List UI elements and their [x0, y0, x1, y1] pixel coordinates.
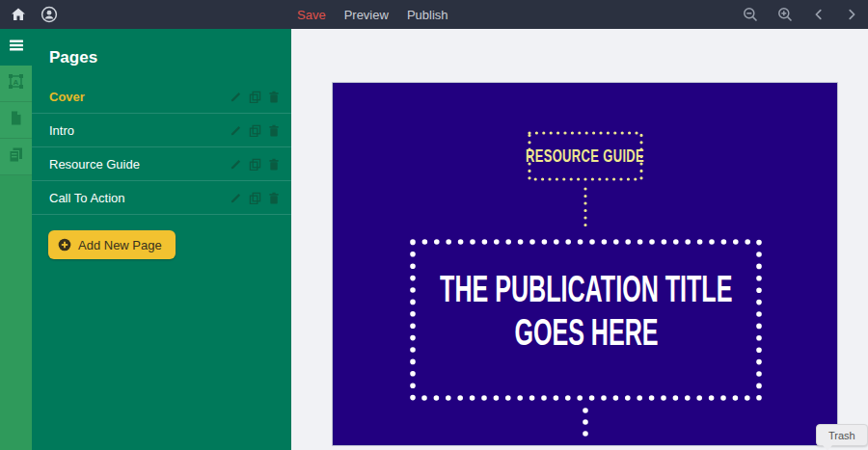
add-new-page-label: Add New Page — [78, 238, 162, 252]
add-new-page-button[interactable]: Add New Page — [48, 230, 176, 259]
duplicate-page-icon[interactable] — [249, 158, 261, 171]
rail-text-frame-tool[interactable]: A — [0, 66, 32, 102]
zoom-in-icon[interactable] — [777, 7, 793, 22]
duplicate-page-icon[interactable] — [249, 91, 261, 103]
title-line-2: GOES HERE — [514, 311, 658, 355]
page-row-call-to-action[interactable]: Call To Action — [32, 181, 291, 215]
delete-page-icon[interactable] — [268, 91, 280, 103]
page-row-intro[interactable]: Intro — [32, 114, 291, 147]
title-line-1: THE PUBLICATION TITLE — [440, 268, 732, 311]
page-label: Intro — [49, 123, 230, 138]
rename-page-icon[interactable] — [230, 192, 242, 204]
rename-page-icon[interactable] — [230, 158, 242, 171]
pages-stack-icon — [8, 146, 24, 167]
resource-guide-textbox[interactable]: RESOURCE GUIDE — [529, 132, 642, 180]
duplicate-page-icon[interactable] — [249, 124, 261, 137]
page-label: Resource Guide — [49, 157, 230, 172]
rail-multiple-pages-tool[interactable] — [0, 139, 32, 175]
rename-page-icon[interactable] — [230, 124, 242, 137]
trash-tooltip: Trash — [816, 424, 868, 446]
rail-page-tool[interactable] — [0, 102, 32, 139]
duplicate-page-icon[interactable] — [249, 192, 261, 204]
publication-title-textbox[interactable]: THE PUBLICATION TITLE GOES HERE — [412, 241, 760, 399]
zoom-out-icon[interactable] — [743, 7, 758, 22]
topbar: Save Preview Publish — [0, 0, 868, 29]
editor-canvas[interactable]: RESOURCE GUIDE THE PUBLICATION TITLE GOE… — [291, 29, 868, 450]
rail-pages-list-tab[interactable] — [0, 29, 32, 66]
next-page-icon[interactable] — [845, 8, 858, 21]
page-label: Call To Action — [49, 191, 230, 205]
resource-guide-label: RESOURCE GUIDE — [526, 146, 644, 167]
text-frame-icon: A — [8, 73, 24, 93]
trash-tooltip-label: Trash — [828, 430, 855, 441]
delete-page-icon[interactable] — [268, 124, 280, 137]
page-row-resource-guide[interactable]: Resource Guide — [32, 147, 291, 181]
save-button[interactable]: Save — [297, 8, 326, 22]
pages-list: Cover Intro Resource Guide Ca — [32, 80, 291, 215]
page-icon — [9, 110, 23, 130]
account-icon[interactable] — [41, 6, 58, 23]
rename-page-icon[interactable] — [230, 91, 242, 103]
home-icon[interactable] — [10, 6, 27, 23]
pages-panel-title: Pages — [32, 29, 291, 67]
delete-page-icon[interactable] — [268, 192, 280, 204]
page-row-cover[interactable]: Cover — [32, 80, 291, 114]
pages-panel: Pages Cover Intro Resource Guide — [32, 29, 291, 450]
page-label: Cover — [49, 90, 230, 104]
tool-rail: A — [0, 29, 32, 450]
list-icon — [9, 39, 24, 56]
publish-button[interactable]: Publish — [407, 8, 448, 22]
svg-text:A: A — [14, 78, 19, 87]
plus-icon — [58, 238, 71, 251]
delete-page-icon[interactable] — [268, 158, 280, 171]
preview-button[interactable]: Preview — [344, 8, 389, 22]
previous-page-icon[interactable] — [812, 8, 826, 21]
document-page[interactable]: RESOURCE GUIDE THE PUBLICATION TITLE GOE… — [333, 83, 837, 445]
